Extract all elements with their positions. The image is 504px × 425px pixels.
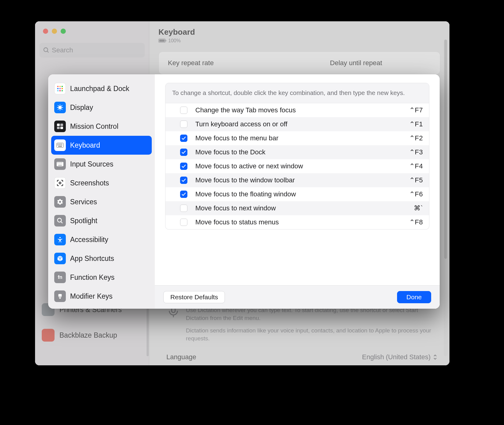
modal-sidebar-label: Launchpad & Dock — [70, 85, 129, 93]
search-input[interactable]: Search — [39, 43, 145, 58]
shortcut-keys[interactable]: ⌃F6 — [409, 190, 423, 198]
modal-footer: Restore Defaults Done — [155, 285, 440, 309]
modal-sidebar-label: Function Keys — [70, 273, 115, 282]
modal-sidebar-item-access[interactable]: Accessibility — [51, 230, 152, 249]
shortcut-label: Move focus to status menus — [195, 218, 409, 226]
shortcut-label: Move focus to active or next window — [195, 162, 409, 170]
modal-sidebar-label: Keyboard — [70, 141, 100, 149]
svg-point-16 — [59, 106, 61, 109]
svg-rect-30 — [57, 144, 58, 144]
shortcut-table: Change the way Tab moves focus⌃F7Turn ke… — [165, 103, 429, 230]
svg-rect-36 — [59, 145, 59, 146]
shortcut-keys[interactable]: ⌃F3 — [409, 148, 423, 156]
svg-rect-41 — [57, 162, 64, 167]
minimize-window-icon[interactable] — [52, 29, 57, 34]
sidebar-item-label: Backblaze Backup — [59, 331, 117, 339]
modal-sidebar-item-display[interactable]: Display — [51, 98, 152, 117]
keyboard-battery: 100% — [158, 38, 440, 44]
shortcut-row[interactable]: Move focus to the Dock⌃F3 — [165, 145, 429, 159]
svg-rect-11 — [59, 88, 61, 89]
shortcut-row[interactable]: Move focus to the menu bar⌃F2 — [165, 131, 429, 145]
shortcut-keys[interactable]: ⌃F1 — [409, 120, 423, 128]
svg-rect-8 — [59, 86, 61, 87]
sidebar-item-backblaze[interactable]: Backblaze Backup — [38, 326, 146, 344]
keyboard-shortcuts-modal: Launchpad & DockDisplayMission ControlKe… — [48, 74, 440, 309]
shortcut-keys[interactable]: ⌃F7 — [409, 106, 423, 114]
done-button[interactable]: Done — [397, 291, 431, 303]
shortcut-checkbox[interactable] — [180, 177, 187, 184]
shortcut-keys[interactable]: ⌃F8 — [409, 218, 423, 226]
shortcut-row[interactable]: Move focus to the window toolbar⌃F5 — [165, 173, 429, 187]
modal-sidebar-item-launchpad[interactable]: Launchpad & Dock — [51, 79, 152, 98]
modal-sidebar-item-mission[interactable]: Mission Control — [51, 117, 152, 136]
svg-rect-46 — [62, 163, 62, 163]
svg-line-24 — [62, 105, 62, 106]
delay-repeat-label: Delay until repeat — [330, 59, 382, 67]
modal-sidebar-item-appshort[interactable]: App Shortcuts — [51, 249, 152, 268]
close-window-icon[interactable] — [43, 29, 48, 34]
appshort-icon — [54, 253, 66, 264]
svg-rect-15 — [62, 90, 63, 91]
svg-rect-13 — [57, 90, 59, 91]
language-value[interactable]: English (United States) — [362, 353, 437, 361]
shortcut-row[interactable]: Turn keyboard access on or off⌃F1 — [165, 117, 429, 131]
shortcut-checkbox[interactable] — [180, 191, 187, 198]
shortcut-keys[interactable]: ⌃F2 — [409, 134, 423, 142]
modal-sidebar-item-mod[interactable]: Modifier Keys — [51, 287, 152, 306]
svg-point-48 — [59, 182, 61, 184]
shortcut-label: Move focus to the menu bar — [195, 134, 409, 142]
services-icon — [54, 196, 66, 208]
svg-point-0 — [44, 48, 48, 52]
shortcut-row[interactable]: Change the way Tab moves focus⌃F7 — [165, 103, 429, 117]
shortcut-keys[interactable]: ⌘` — [414, 204, 423, 212]
search-icon — [43, 47, 50, 54]
key-repeat-label: Key repeat rate — [168, 59, 214, 67]
maximize-window-icon[interactable] — [61, 29, 66, 34]
svg-rect-14 — [59, 90, 61, 91]
shortcut-checkbox[interactable] — [180, 135, 187, 142]
shortcut-checkbox[interactable] — [180, 163, 187, 170]
modal-sidebar-item-services[interactable]: Services — [51, 192, 152, 211]
svg-line-21 — [58, 105, 59, 106]
svg-rect-52 — [59, 294, 62, 297]
search-placeholder: Search — [52, 46, 73, 54]
shortcut-keys[interactable]: ⌃F5 — [409, 176, 423, 184]
updown-chevron-icon — [433, 354, 437, 360]
shortcut-hint: To change a shortcut, double click the k… — [165, 83, 429, 103]
shortcut-checkbox[interactable] — [180, 149, 187, 156]
modal-sidebar-label: Modifier Keys — [70, 292, 112, 300]
modal-sidebar-item-screenshots[interactable]: Screenshots — [51, 174, 152, 192]
svg-rect-12 — [62, 88, 63, 89]
svg-rect-39 — [62, 145, 62, 146]
shortcut-checkbox[interactable] — [180, 121, 187, 128]
main-scrollbar[interactable] — [444, 40, 448, 356]
page-title: Keyboard — [158, 27, 440, 37]
modal-sidebar-label: Mission Control — [70, 122, 119, 131]
access-icon — [54, 234, 66, 245]
key-repeat-card: Key repeat rate Delay until repeat — [158, 51, 440, 75]
dictation-line2: Dictation sends information like your vo… — [186, 327, 432, 343]
shortcut-keys[interactable]: ⌃F4 — [409, 162, 423, 170]
language-row[interactable]: Language English (United States) — [166, 353, 437, 361]
shortcut-row[interactable]: Move focus to next window⌘` — [165, 201, 429, 215]
battery-icon — [158, 39, 166, 43]
svg-rect-42 — [57, 163, 58, 163]
modal-sidebar-label: Screenshots — [70, 179, 109, 187]
shortcut-checkbox[interactable] — [180, 205, 187, 212]
shortcut-row[interactable]: Move focus to active or next window⌃F4 — [165, 159, 429, 173]
modal-sidebar-item-spotlight[interactable]: Spotlight — [51, 211, 152, 230]
restore-defaults-button[interactable]: Restore Defaults — [163, 291, 225, 303]
shortcut-row[interactable]: Move focus to status menus⌃F8 — [165, 215, 429, 229]
modal-sidebar-item-fn[interactable]: fnFunction Keys — [51, 268, 152, 287]
modal-sidebar: Launchpad & DockDisplayMission ControlKe… — [48, 74, 155, 309]
modal-sidebar-item-keyboard[interactable]: Keyboard — [51, 136, 152, 155]
shortcut-row[interactable]: Move focus to the floating window⌃F6 — [165, 187, 429, 201]
shortcut-label: Move focus to the window toolbar — [195, 176, 409, 184]
shortcut-label: Move focus to the Dock — [195, 148, 409, 156]
svg-rect-47 — [58, 165, 62, 166]
shortcut-checkbox[interactable] — [180, 107, 187, 114]
svg-rect-38 — [61, 145, 61, 146]
modal-sidebar-item-input[interactable]: Input Sources — [51, 155, 152, 174]
svg-rect-35 — [57, 145, 58, 146]
shortcut-checkbox[interactable] — [180, 219, 187, 226]
